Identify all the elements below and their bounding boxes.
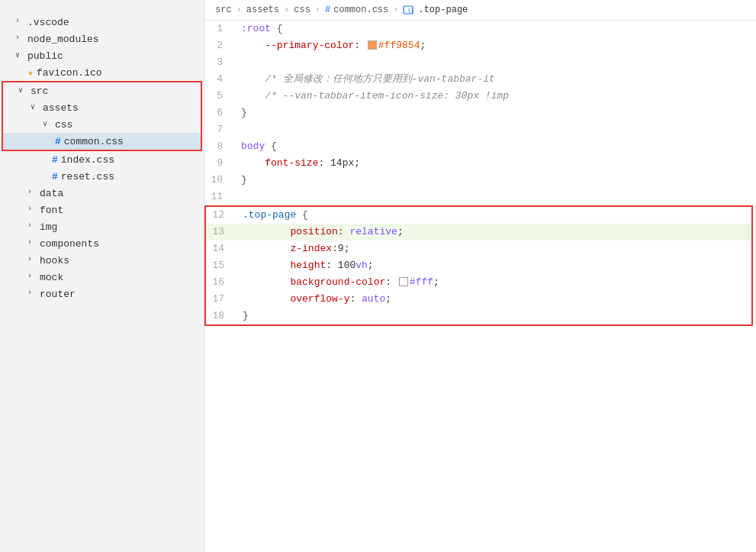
code-line-11: 11 — [204, 189, 756, 205]
sidebar-item-node-modules[interactable]: › node_modules — [0, 31, 204, 47]
breadcrumb-hash-icon: # — [325, 5, 330, 15]
code-line-18: 18 } — [206, 308, 751, 324]
sidebar-item-label: public — [27, 50, 204, 62]
line-content-5: /* --van-tabbar-item-icon-size: 30px !im… — [235, 88, 756, 105]
line-content-11 — [235, 189, 756, 205]
sidebar-item-css[interactable]: ∨ css — [3, 116, 201, 133]
line-content-7 — [235, 121, 756, 138]
line-content-15: height: 100vh; — [236, 257, 751, 274]
line-number-15: 15 — [206, 257, 236, 274]
hash-icon: # — [52, 171, 58, 182]
code-line-6: 6 } — [204, 105, 756, 121]
arrow-icon: › — [27, 255, 38, 266]
line-number-6: 6 — [204, 105, 235, 121]
line-content-2: --primary-color: #ff9854; — [235, 37, 756, 54]
sidebar-item-router[interactable]: › router — [0, 286, 204, 302]
sidebar-item-favicon[interactable]: ★ favicon.ico — [0, 64, 204, 81]
line-number-5: 5 — [204, 88, 235, 105]
breadcrumb-assets[interactable]: assets — [246, 5, 279, 15]
sidebar-item-data[interactable]: › data — [0, 185, 204, 202]
code-line-9: 9 font-size: 14px; — [204, 155, 756, 172]
line-number-12: 12 — [206, 207, 236, 224]
sidebar-item-label: img — [40, 221, 204, 233]
line-number-4: 4 — [204, 71, 235, 88]
svg-text:.{}: .{} — [404, 8, 413, 14]
hash-icon: # — [52, 154, 58, 166]
code-line-4: 4 /* 全局修改：任何地方只要用到-van-tabbar-it — [204, 71, 756, 88]
breadcrumb-css[interactable]: css — [294, 5, 310, 15]
breadcrumb-top-page[interactable]: .top-page — [418, 5, 468, 15]
sidebar-item-common-css[interactable]: # common.css — [3, 133, 201, 150]
arrow-icon: ∨ — [31, 102, 41, 113]
sidebar-item-components[interactable]: › components — [0, 235, 204, 252]
sidebar-item-mock[interactable]: › mock — [0, 269, 204, 286]
line-number-11: 11 — [204, 189, 235, 205]
line-number-10: 10 — [204, 172, 235, 189]
breadcrumb-selector-icon: .{} — [403, 5, 415, 15]
sidebar-item-label: .vscode — [27, 17, 204, 28]
line-content-8: body { — [235, 138, 756, 155]
breadcrumb-src[interactable]: src — [215, 5, 232, 15]
sidebar-item-label: src — [31, 86, 201, 97]
sidebar-item-label: index.css — [61, 154, 204, 166]
sidebar-item-reset-css[interactable]: # reset.css — [0, 168, 204, 185]
line-content-1: :root { — [235, 21, 756, 37]
color-swatch-ff9854 — [368, 40, 377, 50]
breadcrumb-sep-3: › — [315, 5, 320, 15]
arrow-icon: › — [27, 272, 38, 282]
arrow-icon: › — [15, 34, 26, 44]
sidebar-item-hooks[interactable]: › hooks — [0, 252, 204, 269]
arrow-icon: › — [27, 188, 38, 199]
sidebar-item-font[interactable]: › font — [0, 202, 204, 218]
line-number-7: 7 — [204, 121, 235, 138]
line-content-10: } — [235, 172, 756, 189]
line-number-14: 14 — [206, 240, 236, 257]
line-content-3 — [235, 54, 756, 71]
breadcrumb-sep-4: › — [393, 5, 398, 15]
sidebar-item-src[interactable]: ∨ src — [3, 82, 201, 99]
code-line-16: 16 background-color: #fff; — [206, 274, 751, 291]
arrow-icon: ∨ — [15, 50, 26, 61]
code-area[interactable]: 1 :root { 2 --primary-color: #ff9854; 3 … — [204, 21, 756, 552]
line-number-2: 2 — [204, 37, 235, 54]
sidebar-item-label: common.css — [64, 136, 201, 147]
arrow-icon: › — [27, 221, 38, 232]
code-line-2: 2 --primary-color: #ff9854; — [204, 37, 756, 54]
sidebar-item-label: reset.css — [61, 171, 204, 182]
css-selector-icon: .{} — [403, 5, 413, 15]
breadcrumb: src › assets › css › # common.css › .{} … — [204, 0, 756, 21]
code-line-7: 7 — [204, 121, 756, 138]
code-line-17: 17 overflow-y: auto; — [206, 291, 751, 308]
arrow-icon: ∨ — [18, 86, 29, 96]
color-swatch-fff — [399, 277, 408, 286]
breadcrumb-common-css[interactable]: common.css — [333, 5, 388, 15]
sidebar: › .vscode › node_modules ∨ public ★ favi… — [0, 0, 204, 552]
line-content-17: overflow-y: auto; — [236, 291, 751, 308]
sidebar-item-label: router — [40, 289, 204, 300]
arrow-icon: › — [27, 205, 38, 215]
sidebar-title — [0, 0, 204, 14]
sidebar-item-public[interactable]: ∨ public — [0, 47, 204, 64]
code-line-8: 8 body { — [204, 138, 756, 155]
line-content-9: font-size: 14px; — [235, 155, 756, 172]
sidebar-item-img[interactable]: › img — [0, 218, 204, 235]
sidebar-item-assets[interactable]: ∨ assets — [3, 99, 201, 116]
line-number-13: 13 — [206, 224, 236, 240]
code-line-13: 13 position: relative; — [206, 224, 751, 240]
line-content-14: z-index:9; — [236, 240, 751, 257]
sidebar-item-label: css — [55, 119, 201, 131]
sidebar-item-index-css[interactable]: # index.css — [0, 151, 204, 168]
editor: src › assets › css › # common.css › .{} … — [204, 0, 756, 552]
arrow-icon: › — [27, 238, 38, 249]
line-content-13: position: relative; — [236, 224, 751, 240]
sidebar-item-vscode[interactable]: › .vscode — [0, 14, 204, 31]
code-line-14: 14 z-index:9; — [206, 240, 751, 257]
red-box-section: 12 .top-page { 13 position: relative; 14… — [204, 205, 753, 326]
line-content-16: background-color: #fff; — [236, 274, 751, 291]
arrow-icon: › — [15, 17, 26, 27]
line-number-3: 3 — [204, 54, 235, 71]
sidebar-item-label: mock — [40, 272, 204, 283]
arrow-icon: ∨ — [43, 119, 53, 130]
line-content-4: /* 全局修改：任何地方只要用到-van-tabbar-it — [235, 71, 756, 88]
sidebar-item-label: favicon.ico — [37, 67, 204, 79]
